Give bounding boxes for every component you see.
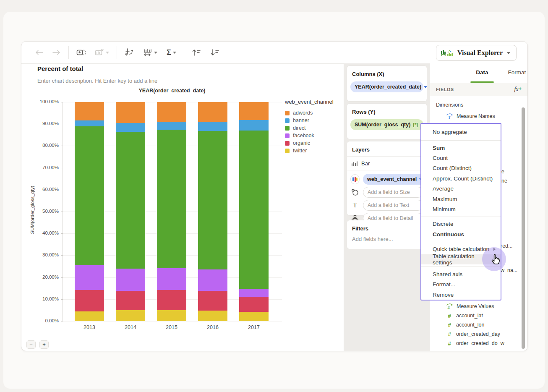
field-account-lon[interactable]: #account_lon [446, 321, 484, 328]
bar-segment-twitter-2017[interactable] [239, 312, 269, 321]
field-order-created-do-w[interactable]: #order_created_do_w [446, 340, 504, 347]
bar-segment-organic-2014[interactable] [116, 291, 145, 310]
bar-segment-adwords-2013[interactable] [75, 102, 104, 120]
layers-card: Layers Bar web_event_channel [347, 141, 427, 215]
bar-segment-direct-2014[interactable] [116, 132, 145, 269]
bar-segment-banner-2014[interactable] [116, 123, 145, 132]
add-formula-button[interactable]: fx+ [514, 86, 522, 92]
add-chart-button[interactable] [76, 48, 86, 57]
bar-size-button[interactable] [142, 47, 158, 57]
menu-item-shared-axis[interactable]: Shared axis [421, 269, 501, 279]
bar-segment-organic-2016[interactable] [198, 291, 227, 311]
bar-segment-adwords-2017[interactable] [239, 102, 269, 120]
bar-segment-direct-2016[interactable] [198, 131, 227, 269]
scrollbar-thumb[interactable] [522, 107, 525, 349]
menu-item-no-aggregate[interactable]: No aggregate [421, 125, 501, 138]
size-field-input[interactable]: Add a field to Size [363, 187, 423, 198]
color-field-pill[interactable]: web_event_channel [363, 174, 427, 185]
y-tick-mark [61, 190, 63, 190]
menu-item-sum[interactable]: Sum [421, 143, 501, 153]
sort-ascending-button[interactable] [191, 48, 202, 57]
sort-descending-button[interactable] [209, 48, 220, 57]
x-tick-label: 2017 [233, 324, 274, 330]
field-account-lat[interactable]: #account_lat [446, 312, 483, 319]
legend-item-organic[interactable]: organic [285, 139, 342, 147]
rows-shelf-label: Rows (Y) [347, 104, 427, 115]
bar-segment-banner-2017[interactable] [239, 120, 269, 131]
bar-segment-banner-2015[interactable] [157, 122, 186, 130]
bar-segment-facebook-2013[interactable] [75, 265, 104, 290]
field-measure-values[interactable]: #Measure Values [446, 303, 494, 310]
bar-segment-facebook-2014[interactable] [116, 269, 145, 291]
y-tick-mark [61, 146, 63, 146]
menu-item-maximum[interactable]: Maximum [421, 194, 501, 204]
menu-item-count[interactable]: Count [421, 153, 501, 163]
redo-button[interactable] [52, 49, 62, 56]
legend: web_event_channel adwordsbannerdirectfac… [285, 99, 342, 154]
bar-segment-twitter-2016[interactable] [198, 311, 227, 321]
legend-item-twitter[interactable]: twitter [285, 147, 342, 154]
legend-item-banner[interactable]: banner [285, 117, 342, 124]
visualization-type-select[interactable]: Visual Explorer [436, 45, 517, 61]
tab-format[interactable]: Format [508, 69, 526, 76]
chart-description-placeholder[interactable]: Enter chart description. Hit Enter key t… [37, 78, 157, 84]
legend-item-direct[interactable]: direct [285, 124, 342, 132]
menu-item-average[interactable]: Average [421, 184, 501, 194]
hand-cursor-icon [490, 254, 501, 266]
menu-item-approx-count-distinct[interactable]: Approx. Count (Distinct) [421, 173, 501, 183]
menu-item-label: Approx. Count (Distinct) [433, 175, 493, 182]
color-encoding-icon [350, 174, 360, 184]
legend-item-adwords[interactable]: adwords [285, 109, 342, 117]
filters-drop-area[interactable]: Add fields here... [347, 232, 427, 242]
bar-segment-twitter-2014[interactable] [116, 310, 145, 321]
bar-segment-twitter-2015[interactable] [157, 310, 186, 321]
menu-item-label: Remove [433, 292, 454, 298]
text-field-input[interactable]: Add a field to Text [363, 200, 423, 211]
menu-item-discrete[interactable]: Discrete [421, 219, 501, 229]
menu-item-remove[interactable]: Remove [421, 290, 501, 300]
menu-item-continuous[interactable]: Continuous [421, 229, 501, 239]
bar-segment-facebook-2016[interactable] [198, 269, 227, 291]
zoom-out-button[interactable]: − [26, 340, 36, 349]
y-tick-label: 40.00% [25, 230, 59, 235]
bar-size-icon [143, 48, 152, 57]
menu-item-format[interactable]: Format... [421, 280, 501, 290]
zoom-controls: − + [26, 340, 49, 349]
menu-item-count-distinct[interactable]: Count (Distinct) [421, 163, 501, 173]
remove-chart-button[interactable] [94, 48, 110, 57]
chevron-down-icon [173, 52, 176, 54]
zoom-in-button[interactable]: + [39, 340, 49, 349]
field-measure-names[interactable]: T Measure Names [446, 113, 495, 120]
bar-segment-adwords-2014[interactable] [116, 102, 145, 123]
bar-segment-organic-2015[interactable] [157, 290, 186, 310]
bar-segment-organic-2013[interactable] [75, 290, 104, 311]
undo-button[interactable] [34, 49, 44, 56]
tab-data[interactable]: Data [476, 69, 488, 76]
sort-descending-icon [210, 49, 219, 56]
swap-axes-button[interactable] [124, 47, 135, 57]
field-label-fragment: ne [501, 178, 507, 184]
bar-segment-direct-2013[interactable] [75, 126, 104, 265]
legend-item-facebook[interactable]: facebook [285, 132, 342, 139]
bar-segment-adwords-2015[interactable] [157, 102, 186, 122]
bar-segment-banner-2016[interactable] [198, 122, 227, 131]
bar-segment-direct-2017[interactable] [239, 131, 269, 289]
bar-segment-facebook-2015[interactable] [157, 268, 186, 290]
menu-item-label: Minimum [433, 206, 456, 212]
mark-type-row[interactable]: Bar [347, 157, 427, 167]
field-label-fragment: e [501, 169, 504, 175]
field-order-created-day[interactable]: #order_created_day [446, 331, 500, 337]
bar-segment-direct-2015[interactable] [157, 130, 186, 268]
bar-segment-banner-2013[interactable] [75, 120, 104, 127]
menu-item-minimum[interactable]: Minimum [421, 204, 501, 214]
rows-field-pill[interactable]: SUM(order_gloss_qty) [*] [350, 119, 423, 130]
y-tick-label: 0.00% [25, 318, 59, 323]
bar-segment-adwords-2016[interactable] [198, 102, 227, 122]
chart-title[interactable]: Percent of total [37, 65, 83, 72]
bar-segment-facebook-2017[interactable] [239, 289, 269, 297]
aggregate-button[interactable]: Σ [166, 48, 177, 57]
bar-segment-organic-2017[interactable] [239, 297, 269, 312]
bar-segment-twitter-2013[interactable] [75, 311, 104, 321]
legend-label: banner [293, 118, 309, 123]
columns-field-pill[interactable]: YEAR(order_created_date) [350, 81, 423, 92]
